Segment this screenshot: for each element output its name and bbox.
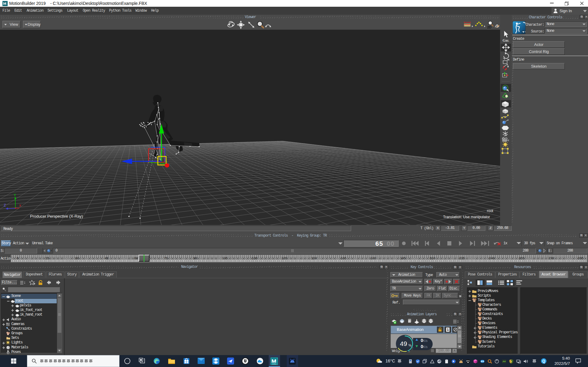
svg-text:Z: Z xyxy=(4,204,6,208)
svg-text:2D: 2D xyxy=(487,25,491,29)
svg-text:EPIC: EPIC xyxy=(466,360,470,362)
svg-text:x: x xyxy=(19,204,21,208)
svg-text:MOBU: MOBU xyxy=(272,363,276,365)
svg-text:%: % xyxy=(408,343,412,347)
svg-text:Y: Y xyxy=(14,193,16,198)
svg-text:Q: Q xyxy=(542,359,545,363)
svg-text:49: 49 xyxy=(400,340,407,347)
